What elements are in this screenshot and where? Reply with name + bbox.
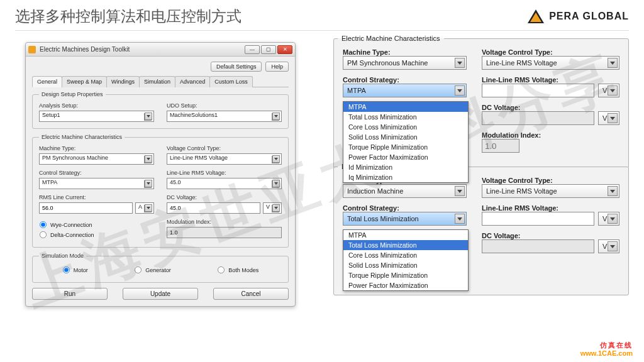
modulation-index-input[interactable] (167, 227, 282, 238)
tab-custom-loss[interactable]: Custom Loss (209, 76, 253, 87)
rms-line-current-input[interactable] (39, 202, 133, 214)
p1-machine-type-select[interactable]: PM Synchronous Machine (343, 56, 467, 70)
chevron-down-icon (608, 58, 618, 68)
p2-control-strategy-label: Control Strategy: (343, 204, 467, 212)
p2-dc-unit-select[interactable]: V (598, 239, 619, 253)
emc-legend: Electric Machine Characteristics (39, 134, 125, 140)
run-button[interactable]: Run (32, 288, 108, 300)
simulation-mode-group: Simulation Mode Motor Generator Both Mod… (32, 253, 289, 283)
help-button[interactable]: Help (265, 62, 289, 72)
p1-voltage-control-type-select[interactable]: Line-Line RMS Voltage (482, 56, 619, 70)
dropdown-option[interactable]: Power Factor Maximization (343, 152, 468, 162)
wye-connection-radio[interactable]: Wye-Connection (39, 221, 154, 229)
dc-voltage-unit-select[interactable]: V (263, 202, 282, 214)
chevron-down-icon (145, 112, 152, 120)
tab-windings[interactable]: Windings (106, 76, 140, 87)
p1-machine-type-label: Machine Type: (343, 48, 467, 56)
dropdown-option[interactable]: Total Loss Minimization (343, 112, 468, 122)
chevron-down-icon (455, 58, 465, 68)
chevron-down-icon (145, 180, 152, 187)
dropdown-option[interactable]: MTPA (343, 230, 468, 240)
chevron-down-icon (608, 85, 618, 96)
dropdown-option[interactable]: Core Loss Minimization (343, 250, 468, 260)
p1-dc-voltage-label: DC Voltage: (482, 104, 619, 111)
maximize-button[interactable]: ▢ (261, 45, 276, 54)
p2-lline-unit-select[interactable]: V (598, 212, 619, 226)
line-line-rms-voltage-input[interactable]: 45.0 (167, 178, 282, 189)
chevron-down-icon (272, 155, 280, 163)
dropdown-option[interactable]: Id Minimization (343, 162, 468, 172)
delta-connection-radio[interactable]: Delta-Connection (39, 231, 154, 239)
p2-control-strategy-select[interactable]: Total Loss Minimization (343, 212, 467, 226)
both-modes-radio[interactable]: Both Modes (217, 266, 258, 274)
chevron-down-icon (608, 241, 618, 251)
default-settings-button[interactable]: Default Settings (211, 62, 262, 72)
window-title: Electric Machines Design Toolkit (40, 46, 245, 53)
p1-lline-unit-select[interactable]: V (598, 84, 619, 97)
rms-line-current-unit-select[interactable]: A (135, 202, 154, 214)
emc-panel-pm-title: Electric Machine Characteristics (338, 35, 444, 42)
chevron-down-icon (272, 112, 280, 120)
update-button[interactable]: Update (123, 288, 198, 300)
p1-voltage-control-type-label: Voltage Control Type: (482, 48, 619, 56)
machine-type-label: Machine Type: (39, 145, 154, 151)
p1-line-line-rms-voltage-input[interactable] (482, 84, 594, 97)
design-setup-group: Design Setup Properties Analysis Setup: … (32, 91, 289, 129)
chevron-down-icon (145, 204, 152, 212)
dropdown-option[interactable]: Torque Ripple Minimization (343, 142, 468, 152)
p2-line-line-rms-voltage-input[interactable] (482, 212, 594, 226)
p2-control-strategy-dropdown[interactable]: MTPA Total Loss Minimization Core Loss M… (343, 229, 469, 291)
dc-voltage-label: DC Voltage: (167, 194, 282, 200)
p1-dc-unit-select[interactable]: V (598, 111, 619, 125)
chevron-down-icon (272, 180, 280, 187)
motor-radio[interactable]: Motor (62, 266, 88, 274)
dropdown-option[interactable]: Solid Loss Minimization (343, 260, 468, 270)
dropdown-option[interactable]: Power Factor Maximization (343, 280, 468, 290)
footer-brand: 仿真在线 www.1CAE.com (580, 341, 633, 359)
window-titlebar[interactable]: Electric Machines Design Toolkit — ▢ ✕ (26, 43, 295, 57)
p1-control-strategy-label: Control Strategy: (343, 76, 467, 84)
chevron-down-icon (608, 186, 618, 196)
udo-setup-select[interactable]: MachineSolutions1 (167, 111, 282, 122)
modulation-index-label: Modulation Index: (167, 219, 282, 225)
generator-radio[interactable]: Generator (134, 266, 171, 274)
p1-modulation-index-label: Modulation Index: (482, 131, 619, 139)
analysis-setup-label: Analysis Setup: (39, 102, 154, 109)
p1-control-strategy-select[interactable]: MTPA (343, 84, 467, 97)
p2-voltage-control-type-label: Voltage Control Type: (482, 177, 619, 184)
cancel-button[interactable]: Cancel (213, 288, 289, 300)
rms-line-current-label: RMS Line Current: (39, 194, 154, 200)
control-strategy-label: Control Strategy: (39, 170, 154, 176)
dropdown-option[interactable]: Torque Ripple Minimization (343, 270, 468, 280)
tab-advanced[interactable]: Advanced (175, 76, 210, 87)
machine-type-select[interactable]: PM Synchronous Machine (39, 153, 154, 165)
dropdown-option[interactable]: Solid Loss Minimization (343, 132, 468, 142)
tab-strip: General Sweep & Map Windings Simulation … (32, 75, 289, 87)
brand-logo: PERA GLOBAL (528, 9, 629, 23)
close-button[interactable]: ✕ (277, 45, 292, 54)
dc-voltage-input[interactable] (167, 202, 260, 214)
analysis-setup-select[interactable]: Setup1 (39, 111, 154, 122)
voltage-control-type-label: Voltage Control Type: (167, 145, 282, 151)
voltage-control-type-select[interactable]: Line-Line RMS Voltage (167, 153, 282, 165)
p1-modulation-index-input (482, 139, 519, 153)
tab-simulation[interactable]: Simulation (139, 76, 175, 87)
p1-control-strategy-dropdown[interactable]: MTPA Total Loss Minimization Core Loss M… (343, 101, 469, 183)
p2-machine-type-select[interactable]: Induction Machine (343, 184, 467, 198)
chevron-down-icon (608, 214, 618, 224)
dropdown-option[interactable]: Core Loss Minimization (343, 122, 468, 132)
dropdown-option[interactable]: Total Loss Minimization (343, 240, 468, 250)
p2-voltage-control-type-select[interactable]: Line-Line RMS Voltage (482, 184, 619, 198)
minimize-button[interactable]: — (245, 45, 260, 54)
toolkit-window: Electric Machines Design Toolkit — ▢ ✕ D… (25, 42, 296, 307)
tab-sweep-map[interactable]: Sweep & Map (62, 76, 107, 87)
dropdown-option[interactable]: Iq Minimization (343, 172, 468, 182)
p2-line-line-rms-voltage-label: Line-Line RMS Voltage: (482, 204, 619, 212)
control-strategy-select[interactable]: MTPA (39, 178, 154, 189)
brand-logo-icon (528, 9, 544, 23)
chevron-down-icon (608, 113, 618, 123)
dropdown-option[interactable]: MTPA (343, 102, 468, 112)
tab-general[interactable]: General (32, 76, 62, 87)
brand-logo-text: PERA GLOBAL (549, 11, 629, 22)
p2-dc-voltage-label: DC Voltage: (482, 232, 619, 239)
